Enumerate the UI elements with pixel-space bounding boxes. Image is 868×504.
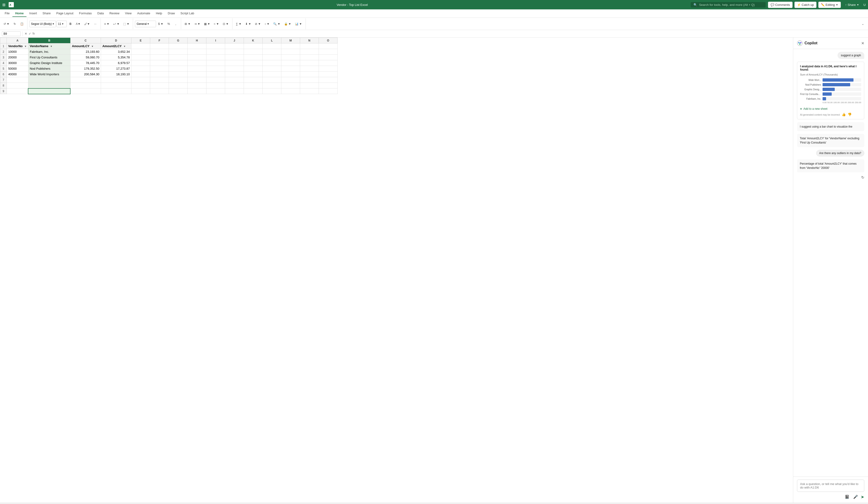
cell-o1[interactable] [319,43,337,49]
col-header-g[interactable]: G [169,38,187,43]
sum-button[interactable]: ∑ ▼ [234,20,243,28]
tab-automate[interactable]: Automate [134,10,153,17]
send-button[interactable]: ➤ [861,494,864,500]
tab-share[interactable]: Share [40,10,54,17]
cell-d3[interactable]: 5,354.78 [101,55,131,60]
col-header-d[interactable]: D [101,38,131,43]
thumbs-down-button[interactable]: 👎 [848,113,851,116]
cell-k1[interactable] [244,43,262,49]
cell-j1[interactable] [225,43,244,49]
notebook-icon[interactable]: 📓 [844,494,850,500]
cell-reference-input[interactable] [2,31,21,36]
col-header-l[interactable]: L [262,38,281,43]
tab-home[interactable]: Home [12,10,27,17]
clipboard-button[interactable]: 📋 [19,20,25,28]
more-font-button[interactable]: ··· [92,20,99,28]
col-header-b[interactable]: B [28,38,70,43]
font-color-button[interactable]: A▼ [74,20,82,28]
percent-button[interactable]: % [165,20,172,28]
cell-b1[interactable]: VendorName ▼ [28,43,70,49]
align-button[interactable]: ≡ ▼ [103,20,111,28]
tab-data[interactable]: Data [95,10,106,17]
indent-button[interactable]: ⇥ ▼ [193,20,202,28]
col-header-n[interactable]: N [300,38,319,43]
spreadsheet[interactable]: A B C D E F G H I J K L M N O [0,38,793,503]
redo-button[interactable]: ↻ [11,20,18,28]
cell-a2[interactable]: 10000 [7,49,28,55]
add-to-new-sheet-button[interactable]: + Add to a new sheet [800,106,861,112]
col-header-h[interactable]: H [187,38,206,43]
wrap-button[interactable]: ⮐ ▼ [112,20,121,28]
tab-help[interactable]: Help [153,10,165,17]
waffle-icon[interactable]: ⊞ [2,2,6,7]
number-format-dropdown[interactable]: General ▼ [135,21,156,27]
cell-g1[interactable] [169,43,187,49]
tab-insert[interactable]: Insert [27,10,40,17]
confirm-formula-icon[interactable]: ✓ [29,32,31,36]
cell-m1[interactable] [281,43,300,49]
sort-button[interactable]: ↕ ▼ [263,20,271,28]
avatar[interactable]: U [864,3,866,7]
cell-b2[interactable]: Fabrikam, Inc. [28,49,70,55]
cell-h1[interactable] [187,43,206,49]
cancel-formula-icon[interactable]: ✕ [24,32,27,36]
tab-draw[interactable]: Draw [165,10,178,17]
tab-file[interactable]: File [2,10,12,17]
refresh-icon[interactable]: ↻ [861,175,864,180]
cell-c5[interactable]: 179,352.50 [70,66,101,71]
col-header-o[interactable]: O [319,38,337,43]
conditional-button[interactable]: ≈ ▼ [212,20,221,28]
cell-i1[interactable] [206,43,225,49]
cell-a1[interactable]: VendorNo ▼ [7,43,28,49]
microphone-icon[interactable]: 🎤 [852,494,859,500]
col-header-e[interactable]: E [131,38,150,43]
cell-c3[interactable]: 59,060.70 [70,55,101,60]
catchup-button[interactable]: ⚡ Catch up [794,2,816,8]
cell-c1[interactable]: AmountLCY ▼ [70,43,101,49]
comments-button[interactable]: 💬 Comments [768,2,793,8]
cell-c4[interactable]: 78,445.70 [70,60,101,66]
col-header-a[interactable]: A [7,38,28,43]
expand-ribbon-button[interactable]: ⌄ [860,20,866,28]
table-button[interactable]: ⊡ ▼ [221,20,230,28]
border-button[interactable]: ⊞ ▼ [183,20,192,28]
tab-review[interactable]: Review [106,10,122,17]
cell-a4[interactable]: 30000 [7,60,28,66]
cell-b5[interactable]: Nod Publishers [28,66,70,71]
cell-b9-selected[interactable] [28,88,70,94]
cell-d4[interactable]: 6,979.57 [101,60,131,66]
fill-button[interactable]: ⬇ ▼ [244,20,253,28]
font-family-dropdown[interactable]: Segoe UI (Body) ▼ [29,21,56,27]
find-button[interactable]: 🔍 ▼ [271,20,282,28]
share-button[interactable]: ↑ Share ▼ [843,2,862,8]
editing-button[interactable]: ✏️ Editing ▼ [818,2,841,8]
tab-script-lab[interactable]: Script Lab [178,10,197,17]
col-header-k[interactable]: K [244,38,262,43]
cell-a5[interactable]: 50000 [7,66,28,71]
close-icon[interactable]: ✕ [861,41,864,46]
cell-b6[interactable]: Wide World Importers [28,71,70,77]
search-input[interactable] [699,3,763,7]
cell-d5[interactable]: 17,273.87 [101,66,131,71]
undo-button[interactable]: ↺ ▼ [2,20,11,28]
analyze-button[interactable]: 📊 ▼ [293,20,303,28]
thumbs-up-button[interactable]: 👍 [842,113,846,116]
col-header-i[interactable]: I [206,38,225,43]
bold-button[interactable]: B [67,20,74,28]
insert-function-icon[interactable]: fx [33,32,35,36]
search-bar[interactable]: 🔍 [691,2,766,8]
col-header-j[interactable]: J [225,38,244,43]
cell-e1[interactable] [131,43,150,49]
cell-l1[interactable] [262,43,281,49]
cell-d2[interactable]: 3,652.34 [101,49,131,55]
tab-view[interactable]: View [122,10,134,17]
copilot-input[interactable] [797,480,864,492]
fill-color-button[interactable]: 🖊▼ [83,20,92,28]
cell-b3[interactable]: First Up Consultants [28,55,70,60]
merge-button[interactable]: ⬚ ▼ [122,20,131,28]
currency-button[interactable]: $ ▼ [156,20,165,28]
outliers-suggestion-button[interactable]: Are there any outliers in my data? [816,150,864,157]
sensitivity-button[interactable]: 🔒 ▼ [282,20,293,28]
cell-style-button[interactable]: ▦ ▼ [203,20,212,28]
cell-a3[interactable]: 20000 [7,55,28,60]
